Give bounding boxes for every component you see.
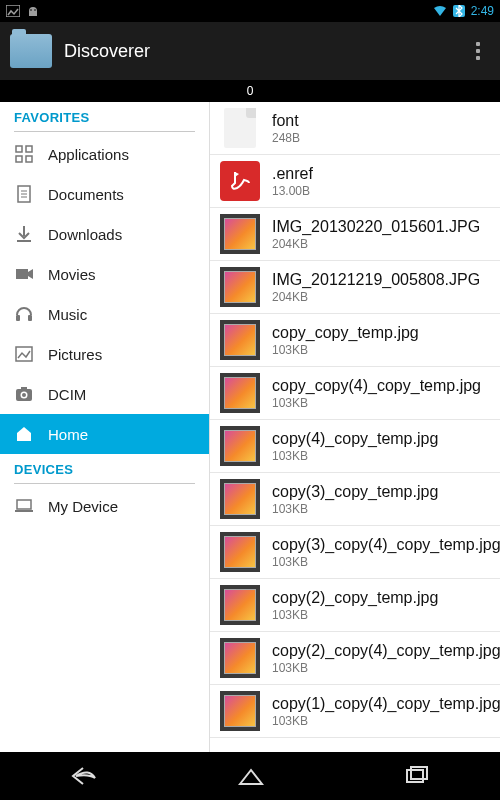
sidebar-item-downloads[interactable]: Downloads [0, 214, 209, 254]
pdf-icon [220, 161, 260, 201]
movie-icon [14, 264, 34, 284]
file-size: 13.00B [272, 184, 313, 198]
svg-rect-21 [21, 387, 27, 390]
music-icon [14, 304, 34, 324]
svg-rect-0 [6, 5, 20, 17]
file-icon [220, 108, 260, 148]
file-row[interactable]: copy(1)_copy(4)_copy_temp.jpg103KB [210, 685, 500, 738]
svg-rect-23 [15, 510, 33, 512]
svg-point-2 [34, 9, 36, 11]
sidebar-item-documents[interactable]: Documents [0, 174, 209, 214]
file-size: 103KB [272, 608, 438, 622]
file-row[interactable]: copy_copy_temp.jpg103KB [210, 314, 500, 367]
sidebar-item-label: Movies [48, 266, 96, 283]
file-name: copy_copy(4)_copy_temp.jpg [272, 377, 481, 395]
app-folder-icon[interactable] [10, 34, 52, 68]
file-size: 204KB [272, 237, 480, 251]
sidebar-item-label: Documents [48, 186, 124, 203]
file-row[interactable]: copy_copy(4)_copy_temp.jpg103KB [210, 367, 500, 420]
path-bar-count: 0 [247, 84, 254, 98]
apps-icon [14, 144, 34, 164]
back-button[interactable] [41, 756, 127, 796]
file-name: font [272, 112, 300, 130]
svg-rect-26 [411, 767, 427, 779]
file-name: IMG_20121219_005808.JPG [272, 271, 480, 289]
app-title: Discoverer [64, 41, 150, 62]
svg-rect-16 [28, 315, 32, 321]
sidebar-item-applications[interactable]: Applications [0, 134, 209, 174]
file-size: 103KB [272, 661, 500, 675]
svg-rect-6 [26, 156, 32, 162]
file-row[interactable]: IMG_20130220_015601.JPG204KB [210, 208, 500, 261]
svg-point-1 [30, 9, 32, 11]
svg-rect-25 [407, 770, 423, 782]
sidebar-item-label: Home [48, 426, 88, 443]
image-thumbnail-icon [220, 373, 260, 413]
sidebar-item-pictures[interactable]: Pictures [0, 334, 209, 374]
sidebar-item-home[interactable]: Home [0, 414, 209, 454]
svg-rect-22 [17, 500, 31, 509]
camera-icon [14, 384, 34, 404]
file-size: 103KB [272, 396, 481, 410]
file-name: copy_copy_temp.jpg [272, 324, 419, 342]
svg-rect-4 [26, 146, 32, 152]
sidebar-section-favorites-label: FAVORITES [0, 102, 209, 131]
file-list[interactable]: font248B.enref13.00BIMG_20130220_015601.… [210, 102, 500, 752]
svg-marker-14 [28, 269, 33, 279]
image-thumbnail-icon [220, 691, 260, 731]
file-size: 103KB [272, 449, 438, 463]
sidebar-item-music[interactable]: Music [0, 294, 209, 334]
file-row[interactable]: copy(3)_copy(4)_copy_temp.jpg103KB [210, 526, 500, 579]
recents-button[interactable] [375, 756, 459, 796]
status-bar: 2:49 [0, 0, 500, 22]
file-size: 248B [272, 131, 300, 145]
file-row[interactable]: copy(4)_copy_temp.jpg103KB [210, 420, 500, 473]
bluetooth-icon [453, 5, 465, 17]
image-notification-icon [6, 5, 20, 17]
image-thumbnail-icon [220, 214, 260, 254]
doc-icon [14, 184, 34, 204]
overflow-menu-button[interactable] [466, 32, 490, 70]
sidebar-item-movies[interactable]: Movies [0, 254, 209, 294]
sidebar-item-label: Music [48, 306, 87, 323]
sidebar: FAVORITES ApplicationsDocumentsDownloads… [0, 102, 210, 752]
sidebar-item-label: Downloads [48, 226, 122, 243]
home-button[interactable] [208, 756, 294, 796]
svg-rect-15 [16, 315, 20, 321]
app-header: Discoverer [0, 22, 500, 80]
image-thumbnail-icon [220, 479, 260, 519]
svg-rect-3 [16, 146, 22, 152]
file-name: .enref [272, 165, 313, 183]
home-icon [14, 424, 34, 444]
sidebar-item-dcim[interactable]: DCIM [0, 374, 209, 414]
image-thumbnail-icon [220, 320, 260, 360]
laptop-icon [14, 496, 34, 516]
file-name: copy(2)_copy(4)_copy_temp.jpg [272, 642, 500, 660]
file-row[interactable]: copy(3)_copy_temp.jpg103KB [210, 473, 500, 526]
sidebar-item-label: My Device [48, 498, 118, 515]
file-row[interactable]: copy(2)_copy(4)_copy_temp.jpg103KB [210, 632, 500, 685]
file-name: copy(2)_copy_temp.jpg [272, 589, 438, 607]
sidebar-item-label: DCIM [48, 386, 86, 403]
file-row[interactable]: IMG_20121219_005808.JPG204KB [210, 261, 500, 314]
android-notification-icon [26, 5, 40, 17]
file-size: 103KB [272, 502, 438, 516]
file-row[interactable]: copy(2)_copy_temp.jpg103KB [210, 579, 500, 632]
download-icon [14, 224, 34, 244]
file-row[interactable]: font248B [210, 102, 500, 155]
wifi-icon [433, 5, 447, 17]
path-bar[interactable]: 0 [0, 80, 500, 102]
file-name: copy(3)_copy(4)_copy_temp.jpg [272, 536, 500, 554]
file-name: IMG_20130220_015601.JPG [272, 218, 480, 236]
file-name: copy(1)_copy(4)_copy_temp.jpg [272, 695, 500, 713]
image-thumbnail-icon [220, 426, 260, 466]
sidebar-item-label: Pictures [48, 346, 102, 363]
svg-point-20 [22, 393, 26, 397]
sidebar-item-my-device[interactable]: My Device [0, 486, 209, 526]
file-name: copy(3)_copy_temp.jpg [272, 483, 438, 501]
body: FAVORITES ApplicationsDocumentsDownloads… [0, 102, 500, 752]
image-thumbnail-icon [220, 638, 260, 678]
file-size: 204KB [272, 290, 480, 304]
file-row[interactable]: .enref13.00B [210, 155, 500, 208]
sidebar-item-label: Applications [48, 146, 129, 163]
